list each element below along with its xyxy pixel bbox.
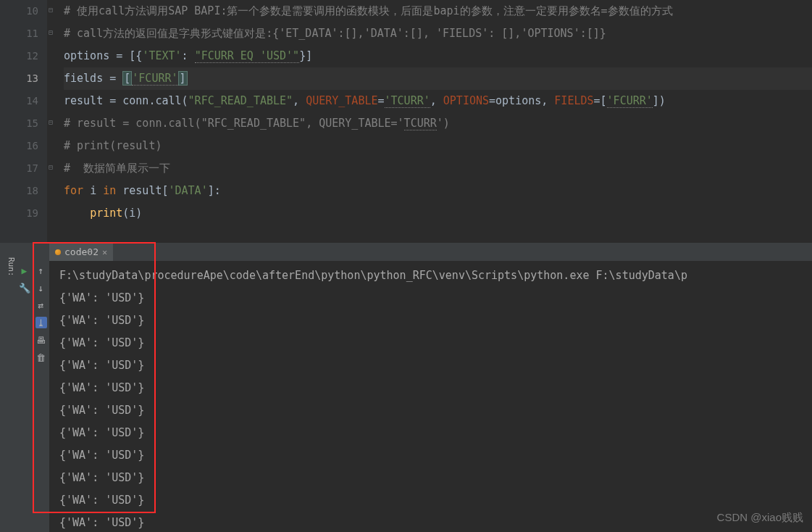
line-number[interactable]: 10 [0, 0, 38, 22]
line-number[interactable]: 19 [0, 202, 38, 225]
line-number[interactable]: 16 [0, 135, 38, 157]
code-lines[interactable]: # 使用call方法调用SAP BAPI:第一个参数是需要调用的函数模块，后面是… [58, 0, 812, 225]
console-output[interactable]: F:\studyData\procedureApe\code\afterEnd\… [49, 261, 812, 532]
code-line: result = conn.call("RFC_READ_TABLE", QUE… [64, 90, 812, 112]
code-line-current: fields = ['FCURR'] [64, 67, 812, 90]
line-gutter: 10111213141516171819 [0, 0, 47, 243]
code-line: print(i) [64, 202, 812, 225]
code-line: for i in result['DATA']: [64, 180, 812, 202]
fold-stripe: ⊟ ⊟ ⊟ ⊟ [47, 0, 58, 243]
run-tabs: code02 ✕ [49, 243, 812, 261]
up-icon[interactable]: ↑ [35, 265, 47, 276]
down-icon[interactable]: ↓ [35, 282, 47, 294]
code-editor[interactable]: 10111213141516171819 ⊟ ⊟ ⊟ ⊟ # 使用call方法调… [0, 0, 812, 243]
code-line: # 使用call方法调用SAP BAPI:第一个参数是需要调用的函数模块，后面是… [64, 0, 812, 22]
line-number[interactable]: 17 [0, 157, 38, 180]
code-line: # print(result) [64, 135, 812, 157]
run-toolbar-right: ↑ ↓ ⇄ ⤓ 🖶 🗑 [33, 243, 49, 532]
line-number[interactable]: 18 [0, 180, 38, 202]
watermark: CSDN @xiao贱贱 [717, 511, 803, 525]
run-label: Run: [0, 243, 16, 532]
code-line: # call方法的返回值是字典形式键值对是:{'ET_DATA':[],'DAT… [64, 22, 812, 45]
code-line: # 数据简单展示一下 [64, 157, 812, 180]
line-number[interactable]: 11 [0, 22, 38, 45]
rerun-icon[interactable]: ▶ [19, 265, 30, 276]
fold-mark-icon[interactable]: ⊟ [49, 29, 56, 36]
line-number[interactable]: 15 [0, 112, 38, 135]
run-toolbar-left: ▶ 🔧 [16, 243, 33, 532]
line-number[interactable]: 12 [0, 45, 38, 67]
code-line: # result = conn.call("RFC_READ_TABLE", Q… [64, 112, 812, 135]
fold-mark-icon[interactable]: ⊟ [49, 119, 56, 126]
scroll-end-icon[interactable]: ⤓ [35, 317, 47, 328]
tab-label: code02 [64, 246, 99, 257]
close-icon[interactable]: ✕ [102, 247, 107, 257]
softwrap-icon[interactable]: ⇄ [35, 299, 47, 311]
wrench-icon[interactable]: 🔧 [19, 282, 30, 294]
trash-icon[interactable]: 🗑 [35, 352, 47, 363]
code-line: options = [{'TEXT': "FCURR EQ 'USD'"}] [64, 45, 812, 67]
line-number[interactable]: 14 [0, 90, 38, 112]
python-file-icon [55, 249, 61, 255]
fold-mark-icon[interactable]: ⊟ [49, 7, 56, 14]
run-tab[interactable]: code02 ✕ [49, 243, 113, 261]
fold-mark-icon[interactable]: ⊟ [49, 164, 56, 171]
line-number[interactable]: 13 [0, 67, 38, 90]
run-panel: Run: ▶ 🔧 ↑ ↓ ⇄ ⤓ 🖶 🗑 code02 ✕ F:\studyDa… [0, 243, 812, 532]
print-icon[interactable]: 🖶 [35, 334, 47, 346]
